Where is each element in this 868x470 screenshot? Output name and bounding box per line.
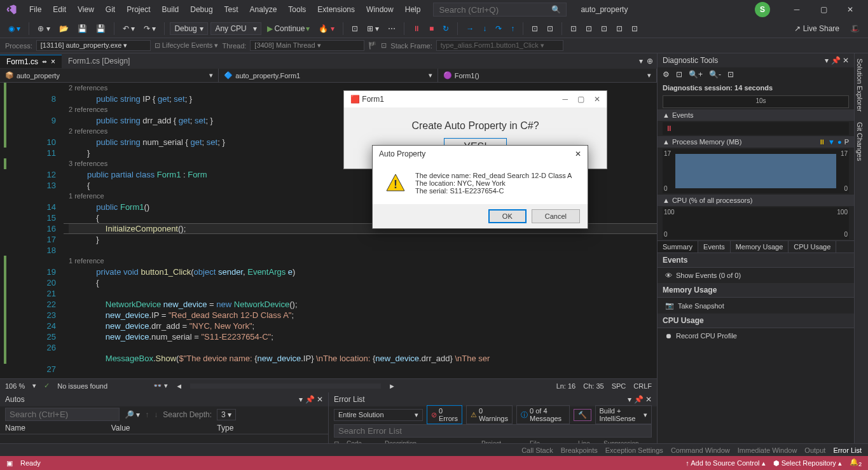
pause-icon[interactable]: ⏸	[410, 22, 424, 35]
hot-reload-icon[interactable]: 🔥 ▾	[315, 22, 337, 35]
nav-back-icon[interactable]: ◉ ▾	[5, 22, 24, 35]
show-events-action[interactable]: 👁 Show Events (0 of 0)	[658, 268, 854, 283]
close-button[interactable]: ✕	[837, 0, 863, 19]
memory-chart[interactable]: 17 17 0 0	[663, 149, 849, 193]
col-type[interactable]: Type	[217, 424, 323, 432]
tab-breakpoints[interactable]: Breakpoints	[561, 446, 598, 454]
panel-dropdown-icon[interactable]: ▾	[628, 395, 631, 404]
errorlist-search[interactable]	[334, 424, 652, 438]
take-snapshot-action[interactable]: 📷 Take Snapshot	[658, 298, 854, 314]
issues-status[interactable]: No issues found	[57, 382, 107, 390]
diag-tab-cpu[interactable]: CPU Usage	[789, 241, 836, 252]
form1-close[interactable]: ✕	[594, 95, 600, 104]
msgbox-close-icon[interactable]: ✕	[575, 149, 581, 158]
warnings-filter[interactable]: ⚠0 Warnings	[466, 405, 513, 424]
nav-class[interactable]: 🔷 auto_property.Form1▾	[219, 69, 437, 82]
panel-pin-icon[interactable]: 📌	[305, 395, 315, 404]
step-into-icon[interactable]: ↓	[479, 22, 490, 35]
tb-icon-1[interactable]: ⊡	[348, 22, 361, 35]
panel-pin-icon[interactable]: 📌	[831, 56, 841, 65]
panel-close-icon[interactable]: ✕	[843, 56, 849, 65]
tab-form1-cs[interactable]: Form1.cs ⇴ ×	[0, 55, 62, 68]
msgbox-ok-button[interactable]: OK	[488, 209, 527, 223]
panel-dropdown-icon[interactable]: ▾	[825, 56, 829, 65]
menu-edit[interactable]: Edit	[48, 3, 71, 17]
new-item-icon[interactable]: ⊕ ▾	[34, 22, 53, 35]
depth-dropdown[interactable]: 3 ▾	[217, 409, 236, 420]
gear-icon[interactable]: ⚙	[663, 70, 670, 79]
cpu-header[interactable]: ▲ CPU (% of all processors)	[658, 195, 854, 206]
tb-icon-3[interactable]: ⋯	[385, 22, 399, 35]
select-repository[interactable]: ⬢ Select Repository ▴	[773, 459, 842, 467]
vtab-solution-explorer[interactable]: Solution Explorer	[855, 53, 865, 117]
menu-extensions[interactable]: Extensions	[312, 3, 360, 17]
step-over-icon[interactable]: ↷	[492, 22, 505, 35]
diag-tab-memory[interactable]: Memory Usage	[731, 241, 789, 252]
tab-output[interactable]: Output	[804, 446, 825, 454]
msgbox-cancel-button[interactable]: Cancel	[532, 209, 580, 223]
messages-filter[interactable]: ⓘ0 of 4 Messages	[516, 405, 570, 424]
procmem-header[interactable]: ▲ Process Memory (MB)⏸▼●P	[658, 136, 854, 148]
tb-icon-2[interactable]: ⊞ ▾	[364, 22, 382, 35]
diag-timeline[interactable]: 10s	[663, 95, 849, 108]
config-dropdown[interactable]: Debug▾	[170, 22, 208, 35]
errors-filter[interactable]: ⊘0 Errors	[427, 405, 462, 424]
menu-file[interactable]: File	[24, 3, 46, 17]
menu-tools[interactable]: Tools	[283, 3, 311, 17]
undo-icon[interactable]: ↶ ▾	[120, 22, 138, 35]
open-icon[interactable]: 📂	[56, 22, 72, 35]
line-ending[interactable]: CRLF	[633, 382, 652, 390]
events-header[interactable]: ▲ Events	[658, 109, 854, 121]
global-search[interactable]: 🔍	[433, 3, 567, 17]
tab-dropdown-icon[interactable]: ▾	[639, 57, 643, 66]
tb-misc-1[interactable]: ⊡	[528, 22, 541, 35]
tab-form1-design[interactable]: Form1.cs [Design]	[62, 55, 136, 67]
process-dropdown[interactable]: [13116] auto_property.exe ▾	[36, 40, 151, 51]
tab-exception-settings[interactable]: Exception Settings	[605, 446, 663, 454]
col-name[interactable]: Name	[5, 424, 111, 432]
tb-misc-5[interactable]: ⊡	[598, 22, 610, 35]
tab-immediate-window[interactable]: Immediate Window	[738, 446, 797, 454]
search-input[interactable]	[439, 5, 551, 15]
redo-icon[interactable]: ↷ ▾	[141, 22, 159, 35]
step-icon[interactable]: →	[463, 22, 477, 35]
nav-method[interactable]: 🟣 Form1()▾	[438, 69, 657, 82]
menu-project[interactable]: Project	[121, 3, 155, 17]
menu-test[interactable]: Test	[219, 3, 244, 17]
panel-dropdown-icon[interactable]: ▾	[299, 395, 303, 404]
diag-tab-summary[interactable]: Summary	[658, 241, 698, 252]
thread-dropdown[interactable]: [3408] Main Thread ▾	[250, 40, 364, 51]
restart-icon[interactable]: ↻	[439, 22, 452, 35]
autos-search-input[interactable]	[5, 408, 120, 421]
pin-icon[interactable]: ⇴	[42, 59, 47, 65]
search-icon[interactable]: 🔎 ▾	[125, 410, 140, 419]
indent-mode[interactable]: SPC	[612, 382, 626, 390]
form1-maximize[interactable]: ▢	[577, 95, 584, 104]
zoom-level[interactable]: 106 %	[5, 382, 25, 390]
menu-build[interactable]: Build	[157, 3, 184, 17]
cpu-chart[interactable]: 100 100 0 0	[663, 207, 849, 239]
menu-window[interactable]: Window	[361, 3, 399, 17]
reset-zoom-icon[interactable]: ⊡	[727, 70, 734, 79]
vtab-git-changes[interactable]: Git Changes	[855, 117, 865, 166]
user-avatar[interactable]: S	[755, 2, 770, 17]
save-icon[interactable]: 💾	[74, 22, 90, 35]
continue-button[interactable]: ▶ Continue ▾	[264, 22, 313, 35]
live-share-button[interactable]: ↗ Live Share	[789, 23, 844, 34]
form1-minimize[interactable]: ─	[562, 95, 568, 104]
intellisense-dropdown[interactable]: Build + IntelliSense ▾	[595, 405, 652, 424]
col-value[interactable]: Value	[111, 424, 217, 432]
tb-misc-2[interactable]: ⊡	[544, 22, 556, 35]
panel-close-icon[interactable]: ✕	[317, 395, 323, 404]
maximize-button[interactable]: ▢	[811, 0, 836, 19]
minimize-button[interactable]: ─	[784, 0, 809, 19]
menu-debug[interactable]: Debug	[185, 3, 217, 17]
feedback-icon[interactable]: 🎩	[847, 22, 863, 35]
tab-errorlist[interactable]: Error List	[833, 446, 862, 454]
tb-misc-7[interactable]: ⊡	[628, 22, 641, 35]
tab-add-icon[interactable]: ⊕	[647, 57, 653, 66]
tb-misc-4[interactable]: ⊡	[582, 22, 595, 35]
nav-down-icon[interactable]: ↓	[154, 410, 158, 419]
tab-callstack[interactable]: Call Stack	[521, 446, 553, 454]
stop-icon[interactable]: ■	[426, 22, 437, 35]
